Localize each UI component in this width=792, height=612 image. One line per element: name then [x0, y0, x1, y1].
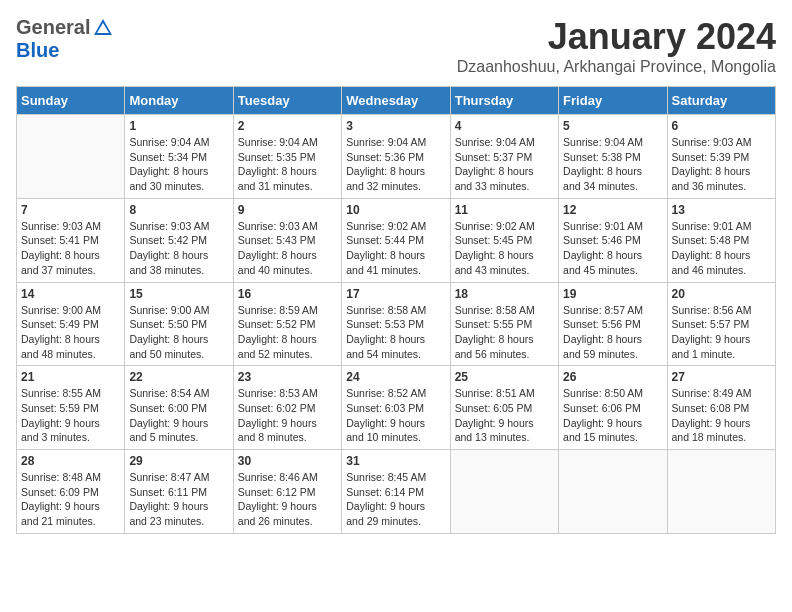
day-detail: Sunrise: 8:59 AM Sunset: 5:52 PM Dayligh… [238, 303, 337, 362]
day-cell: 28Sunrise: 8:48 AM Sunset: 6:09 PM Dayli… [17, 450, 125, 534]
day-number: 7 [21, 203, 120, 217]
day-number: 13 [672, 203, 771, 217]
day-number: 29 [129, 454, 228, 468]
day-detail: Sunrise: 8:45 AM Sunset: 6:14 PM Dayligh… [346, 470, 445, 529]
day-number: 10 [346, 203, 445, 217]
day-detail: Sunrise: 8:53 AM Sunset: 6:02 PM Dayligh… [238, 386, 337, 445]
day-detail: Sunrise: 8:47 AM Sunset: 6:11 PM Dayligh… [129, 470, 228, 529]
day-number: 9 [238, 203, 337, 217]
day-detail: Sunrise: 9:02 AM Sunset: 5:45 PM Dayligh… [455, 219, 554, 278]
day-number: 18 [455, 287, 554, 301]
calendar-table: SundayMondayTuesdayWednesdayThursdayFrid… [16, 86, 776, 534]
day-cell: 15Sunrise: 9:00 AM Sunset: 5:50 PM Dayli… [125, 282, 233, 366]
day-detail: Sunrise: 9:03 AM Sunset: 5:39 PM Dayligh… [672, 135, 771, 194]
day-number: 23 [238, 370, 337, 384]
day-header-thursday: Thursday [450, 87, 558, 115]
day-cell: 14Sunrise: 9:00 AM Sunset: 5:49 PM Dayli… [17, 282, 125, 366]
day-cell: 12Sunrise: 9:01 AM Sunset: 5:46 PM Dayli… [559, 198, 667, 282]
week-row-4: 21Sunrise: 8:55 AM Sunset: 5:59 PM Dayli… [17, 366, 776, 450]
day-number: 22 [129, 370, 228, 384]
week-row-2: 7Sunrise: 9:03 AM Sunset: 5:41 PM Daylig… [17, 198, 776, 282]
day-number: 28 [21, 454, 120, 468]
day-number: 3 [346, 119, 445, 133]
day-cell: 22Sunrise: 8:54 AM Sunset: 6:00 PM Dayli… [125, 366, 233, 450]
day-number: 4 [455, 119, 554, 133]
day-cell: 9Sunrise: 9:03 AM Sunset: 5:43 PM Daylig… [233, 198, 341, 282]
week-row-5: 28Sunrise: 8:48 AM Sunset: 6:09 PM Dayli… [17, 450, 776, 534]
day-cell: 18Sunrise: 8:58 AM Sunset: 5:55 PM Dayli… [450, 282, 558, 366]
day-cell: 2Sunrise: 9:04 AM Sunset: 5:35 PM Daylig… [233, 115, 341, 199]
day-detail: Sunrise: 9:00 AM Sunset: 5:49 PM Dayligh… [21, 303, 120, 362]
day-cell: 11Sunrise: 9:02 AM Sunset: 5:45 PM Dayli… [450, 198, 558, 282]
day-detail: Sunrise: 8:49 AM Sunset: 6:08 PM Dayligh… [672, 386, 771, 445]
day-cell: 3Sunrise: 9:04 AM Sunset: 5:36 PM Daylig… [342, 115, 450, 199]
day-detail: Sunrise: 9:04 AM Sunset: 5:36 PM Dayligh… [346, 135, 445, 194]
day-number: 8 [129, 203, 228, 217]
day-detail: Sunrise: 8:52 AM Sunset: 6:03 PM Dayligh… [346, 386, 445, 445]
day-cell: 21Sunrise: 8:55 AM Sunset: 5:59 PM Dayli… [17, 366, 125, 450]
day-cell: 1Sunrise: 9:04 AM Sunset: 5:34 PM Daylig… [125, 115, 233, 199]
day-cell [559, 450, 667, 534]
header: General Blue January 2024 Dzaanhoshuu, A… [16, 16, 776, 76]
calendar-subtitle: Dzaanhoshuu, Arkhangai Province, Mongoli… [457, 58, 776, 76]
day-cell: 24Sunrise: 8:52 AM Sunset: 6:03 PM Dayli… [342, 366, 450, 450]
day-detail: Sunrise: 9:01 AM Sunset: 5:48 PM Dayligh… [672, 219, 771, 278]
day-detail: Sunrise: 8:55 AM Sunset: 5:59 PM Dayligh… [21, 386, 120, 445]
day-detail: Sunrise: 8:50 AM Sunset: 6:06 PM Dayligh… [563, 386, 662, 445]
day-header-tuesday: Tuesday [233, 87, 341, 115]
day-cell: 7Sunrise: 9:03 AM Sunset: 5:41 PM Daylig… [17, 198, 125, 282]
logo-icon [92, 17, 114, 39]
day-cell: 29Sunrise: 8:47 AM Sunset: 6:11 PM Dayli… [125, 450, 233, 534]
day-header-wednesday: Wednesday [342, 87, 450, 115]
day-detail: Sunrise: 9:03 AM Sunset: 5:41 PM Dayligh… [21, 219, 120, 278]
logo: General Blue [16, 16, 114, 62]
day-detail: Sunrise: 8:54 AM Sunset: 6:00 PM Dayligh… [129, 386, 228, 445]
day-header-monday: Monday [125, 87, 233, 115]
day-cell: 31Sunrise: 8:45 AM Sunset: 6:14 PM Dayli… [342, 450, 450, 534]
day-header-friday: Friday [559, 87, 667, 115]
day-cell: 17Sunrise: 8:58 AM Sunset: 5:53 PM Dayli… [342, 282, 450, 366]
day-cell: 30Sunrise: 8:46 AM Sunset: 6:12 PM Dayli… [233, 450, 341, 534]
day-number: 20 [672, 287, 771, 301]
day-number: 21 [21, 370, 120, 384]
day-cell: 25Sunrise: 8:51 AM Sunset: 6:05 PM Dayli… [450, 366, 558, 450]
day-detail: Sunrise: 9:03 AM Sunset: 5:42 PM Dayligh… [129, 219, 228, 278]
day-cell [667, 450, 775, 534]
calendar-title: January 2024 [457, 16, 776, 58]
day-cell: 6Sunrise: 9:03 AM Sunset: 5:39 PM Daylig… [667, 115, 775, 199]
week-row-1: 1Sunrise: 9:04 AM Sunset: 5:34 PM Daylig… [17, 115, 776, 199]
logo-blue: Blue [16, 39, 59, 62]
day-cell: 8Sunrise: 9:03 AM Sunset: 5:42 PM Daylig… [125, 198, 233, 282]
day-cell [17, 115, 125, 199]
day-detail: Sunrise: 9:04 AM Sunset: 5:35 PM Dayligh… [238, 135, 337, 194]
day-header-saturday: Saturday [667, 87, 775, 115]
day-detail: Sunrise: 8:56 AM Sunset: 5:57 PM Dayligh… [672, 303, 771, 362]
day-cell: 10Sunrise: 9:02 AM Sunset: 5:44 PM Dayli… [342, 198, 450, 282]
day-cell: 19Sunrise: 8:57 AM Sunset: 5:56 PM Dayli… [559, 282, 667, 366]
day-detail: Sunrise: 8:58 AM Sunset: 5:55 PM Dayligh… [455, 303, 554, 362]
day-detail: Sunrise: 9:03 AM Sunset: 5:43 PM Dayligh… [238, 219, 337, 278]
title-block: January 2024 Dzaanhoshuu, Arkhangai Prov… [457, 16, 776, 76]
day-number: 27 [672, 370, 771, 384]
day-number: 16 [238, 287, 337, 301]
day-number: 25 [455, 370, 554, 384]
day-detail: Sunrise: 9:04 AM Sunset: 5:38 PM Dayligh… [563, 135, 662, 194]
day-number: 19 [563, 287, 662, 301]
day-cell [450, 450, 558, 534]
day-number: 31 [346, 454, 445, 468]
day-number: 12 [563, 203, 662, 217]
day-detail: Sunrise: 9:01 AM Sunset: 5:46 PM Dayligh… [563, 219, 662, 278]
day-cell: 27Sunrise: 8:49 AM Sunset: 6:08 PM Dayli… [667, 366, 775, 450]
day-cell: 13Sunrise: 9:01 AM Sunset: 5:48 PM Dayli… [667, 198, 775, 282]
day-detail: Sunrise: 9:04 AM Sunset: 5:34 PM Dayligh… [129, 135, 228, 194]
day-number: 17 [346, 287, 445, 301]
day-detail: Sunrise: 8:57 AM Sunset: 5:56 PM Dayligh… [563, 303, 662, 362]
day-detail: Sunrise: 8:58 AM Sunset: 5:53 PM Dayligh… [346, 303, 445, 362]
day-detail: Sunrise: 9:00 AM Sunset: 5:50 PM Dayligh… [129, 303, 228, 362]
header-row: SundayMondayTuesdayWednesdayThursdayFrid… [17, 87, 776, 115]
day-number: 2 [238, 119, 337, 133]
day-cell: 4Sunrise: 9:04 AM Sunset: 5:37 PM Daylig… [450, 115, 558, 199]
day-detail: Sunrise: 9:02 AM Sunset: 5:44 PM Dayligh… [346, 219, 445, 278]
day-detail: Sunrise: 8:46 AM Sunset: 6:12 PM Dayligh… [238, 470, 337, 529]
day-number: 15 [129, 287, 228, 301]
